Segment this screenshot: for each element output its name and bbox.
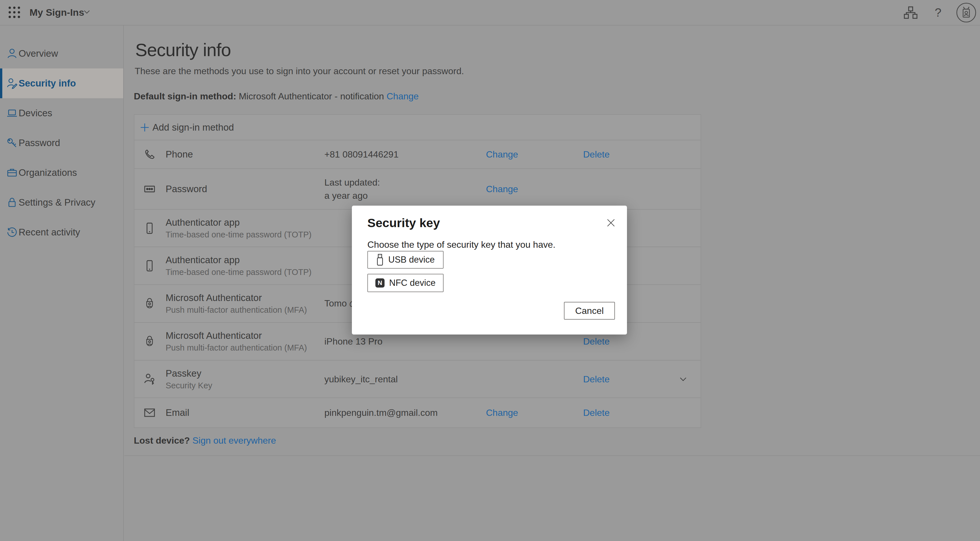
page-subtitle: These are the methods you use to sign in… [135,66,464,76]
key-icon [6,137,18,149]
sidebar-item-password[interactable]: Password [0,128,123,158]
method-value: iPhone 13 Pro [325,336,383,347]
authenticator-lock-icon [143,297,156,310]
security-key-dialog: Security key Choose the type of security… [352,206,627,335]
delete-link[interactable]: Delete [583,408,610,418]
table-row: PasswordLast updated:a year agoChange [134,169,701,209]
dialog-description: Choose the type of security key that you… [368,240,555,250]
table-row: Emailpinkpenguin.tm@gmail.comChangeDelet… [134,398,701,427]
sidebar-item-recent-activity[interactable]: Recent activity [0,217,123,247]
change-link[interactable]: Change [486,184,518,194]
help-icon[interactable]: ? [935,0,941,25]
smartphone-icon [143,222,156,235]
default-signin-value: Microsoft Authenticator - notification [236,91,387,102]
default-signin-line: Default sign-in method: Microsoft Authen… [134,91,418,102]
method-label: Authenticator appTime-based one-time pas… [165,217,312,240]
method-label: Phone [165,149,193,160]
lost-device-label: Lost device? [134,435,190,446]
change-link[interactable]: Change [486,408,518,418]
nfc-device-label: NFC device [389,278,436,288]
sidebar-item-organizations[interactable]: Organizations [0,158,123,187]
app-launcher-waffle-icon[interactable] [9,6,21,19]
plus-icon [140,122,150,133]
table-row: PasskeySecurity Keyyubikey_itc_rentalDel… [134,360,701,398]
password-icon [143,182,156,196]
method-value: pinkpenguin.tm@gmail.com [325,408,438,418]
table-row: Phone+81 08091446291ChangeDelete [134,140,701,169]
sidebar-item-security-info[interactable]: Security info [0,68,123,98]
avatar[interactable] [956,2,977,23]
add-signin-method-button[interactable]: Add sign-in method [134,115,701,140]
top-bar: My Sign-Ins ? [0,0,980,25]
lost-device-line: Lost device? Sign out everywhere [134,435,276,446]
close-icon[interactable] [603,215,618,230]
person-edit-icon [6,78,18,89]
cancel-button[interactable]: Cancel [564,302,615,320]
sidebar: Overview Security info Devices Password [0,25,124,541]
delete-link[interactable]: Delete [583,336,610,347]
default-signin-change-link[interactable]: Change [387,91,418,102]
method-value: Last updated:a year ago [325,177,380,201]
method-label: PasskeySecurity Key [165,368,212,390]
method-label: Password [165,184,207,194]
passkey-icon [143,373,156,386]
briefcase-icon [6,167,18,178]
dialog-title: Security key [368,216,440,230]
chevron-down-icon[interactable] [679,375,687,384]
laptop-icon [6,107,18,119]
default-signin-label: Default sign-in method: [134,91,236,102]
delete-link[interactable]: Delete [583,374,610,384]
sidebar-item-overview[interactable]: Overview [0,39,123,68]
person-icon [6,48,18,59]
method-label: Authenticator appTime-based one-time pas… [165,255,312,277]
add-signin-method-label: Add sign-in method [153,122,234,133]
chevron-down-icon[interactable] [83,8,91,16]
lock-icon [6,197,18,208]
nfc-icon: N [375,278,385,287]
usb-device-label: USB device [388,255,435,265]
smartphone-icon [143,259,156,272]
org-chart-icon[interactable] [903,0,918,25]
sidebar-item-settings-privacy[interactable]: Settings & Privacy [0,187,123,217]
nfc-device-button[interactable]: N NFC device [368,274,444,292]
bottom-divider [124,455,980,456]
usb-icon [376,254,384,266]
phone-icon [143,148,156,161]
method-value: yubikey_itc_rental [325,374,398,384]
change-link[interactable]: Change [486,149,518,160]
app-title: My Sign-Ins [30,0,84,25]
sign-out-everywhere-link[interactable]: Sign out everywhere [192,435,276,446]
history-icon [6,227,18,238]
usb-device-button[interactable]: USB device [368,251,444,269]
email-icon [143,406,156,419]
method-label: Microsoft AuthenticatorPush multi-factor… [165,292,307,315]
page-title: Security info [135,40,231,60]
method-value: +81 08091446291 [325,149,399,160]
method-label: Microsoft AuthenticatorPush multi-factor… [165,330,307,352]
delete-link[interactable]: Delete [583,149,610,160]
sidebar-item-devices[interactable]: Devices [0,98,123,128]
method-label: Email [165,407,189,418]
authenticator-lock-icon [143,335,156,348]
